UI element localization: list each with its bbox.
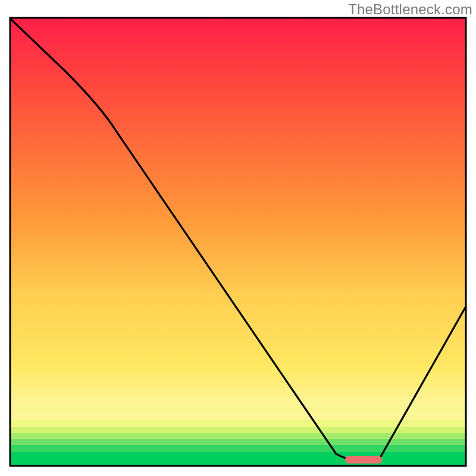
svg-rect-2 [10, 445, 466, 452]
bottleneck-chart [0, 0, 476, 476]
svg-rect-4 [10, 433, 466, 439]
svg-rect-1 [10, 452, 466, 466]
svg-rect-3 [10, 439, 466, 445]
svg-rect-7 [10, 411, 466, 420]
gradient-bands [10, 411, 466, 466]
optimal-marker [345, 456, 382, 464]
